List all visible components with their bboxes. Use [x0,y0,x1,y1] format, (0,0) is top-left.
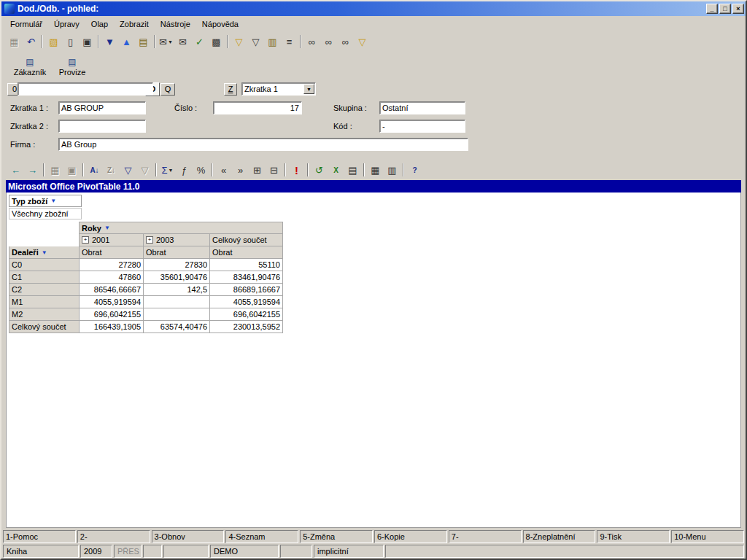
move-field-left-icon[interactable]: « [215,162,232,178]
tree-view-icon[interactable]: ≡ [281,34,298,50]
filter-form-icon[interactable]: ▽ [247,34,264,50]
measure-header[interactable]: Obrat [80,246,144,259]
expand-icon[interactable]: + [146,236,153,244]
row-header-c2[interactable]: C2 [9,284,80,296]
fkey-3-obnov[interactable]: 3-Obnov [152,530,225,543]
minimize-button-icon[interactable]: _ [706,4,718,14]
menu-zobrazit[interactable]: Zobrazit [114,18,155,31]
move-down-icon[interactable]: ▼ [101,34,118,50]
new-document-icon[interactable]: ▯ [62,34,79,50]
pivot-filter-field[interactable]: Typ zboží ▼ [9,195,82,207]
column-header-2003[interactable]: + 2003 [144,234,210,246]
menu-napoveda[interactable]: Nápověda [196,18,244,31]
pivot-filter-value: Všechny zbožní [9,208,82,219]
forward-icon[interactable]: → [24,162,41,178]
zkratka2-field[interactable] [58,120,146,133]
copy-icon[interactable]: ▣ [63,162,80,178]
menu-nastroje[interactable]: Nástroje [155,18,196,31]
fkey-1-pomoc[interactable]: 1-Pomoc [3,530,76,543]
cislo-field[interactable] [213,101,302,114]
sort-ascending-icon[interactable]: A↓ [86,162,103,178]
percent-icon[interactable]: % [193,162,209,178]
measure-header[interactable]: Obrat [144,246,210,259]
fkey-4-seznam[interactable]: 4-Seznam [225,530,298,543]
row-header-grand-total[interactable]: Celkový součet [9,321,80,333]
row-header-m1[interactable]: M1 [9,296,80,308]
fkey-7[interactable]: 7- [449,530,522,543]
print-icon[interactable]: ▤ [344,162,361,178]
calculated-field-icon[interactable]: ƒ [176,162,193,178]
mail-icon[interactable]: ✉ [174,34,191,50]
find-icon[interactable]: ∞ [303,34,320,50]
column-header-grand-total[interactable]: Celkový součet [210,234,283,246]
expand-icon[interactable]: + [82,236,89,244]
fkey-5-zmena[interactable]: 5-Změna [300,530,373,543]
zkratka2-label: Zkratka 2 : [10,120,48,133]
autosum-icon[interactable]: Σ▼ [159,162,176,178]
toolbar-separator [155,163,157,176]
sort-descending-icon[interactable]: Z↓ [103,162,120,178]
row-header-c1[interactable]: C1 [9,271,80,284]
find-special-icon[interactable]: ∞ [337,34,354,50]
fkey-10-menu[interactable]: 10-Menu [671,530,744,543]
customer-button[interactable]: ▤ Zákazník [10,53,50,79]
maximize-button-icon[interactable]: □ [719,4,731,14]
search-field-combobox[interactable]: Zkratka 1 ▼ [241,82,316,96]
chevron-down-icon[interactable]: ▼ [303,84,314,94]
mail-merge-icon[interactable]: ✉▼ [158,34,174,50]
zkratka1-field[interactable] [58,101,146,114]
validate-icon[interactable]: ✓ [191,34,208,50]
help-icon[interactable]: ? [406,162,423,178]
measure-header[interactable]: Obrat [210,246,283,259]
mail-merge-glyph: ✉ [159,36,167,47]
app-window: Dod./Odb. - pohled: _ □ × Formulář Úprav… [0,0,747,560]
commission-button[interactable]: ▤ Provize [53,53,92,79]
find-next-icon[interactable]: ∞ [320,34,337,50]
paste-special-icon[interactable]: ▤ [135,34,152,50]
menu-olap[interactable]: Olap [85,18,114,31]
book-export-icon[interactable]: ▥ [264,34,281,50]
fkey-8-zneplatneni[interactable]: 8-Zneplatnění [523,530,596,543]
quick-search-input[interactable] [18,82,153,96]
filter-icon[interactable]: ▽ [231,34,247,50]
pivot-row-field[interactable]: Dealeři ▼ [9,246,80,259]
undo-icon[interactable]: ↶ [23,34,39,50]
export-excel-icon[interactable]: X [328,162,344,178]
collapse-icon[interactable]: ⊟ [266,162,282,178]
move-up-icon[interactable]: ▲ [118,34,135,50]
open-folder-icon[interactable]: ▧ [45,34,62,50]
show-details-icon[interactable]: ▦ [367,162,384,178]
function-key-bar: 1-Pomoc 2- 3-Obnov 4-Seznam 5-Změna 6-Ko… [1,529,746,544]
menu-formular[interactable]: Formulář [4,18,48,31]
status-empty-4 [385,545,744,558]
copy-icon[interactable]: ▣ [79,34,96,50]
pivot-column-field[interactable]: Roky ▼ [80,222,283,234]
fkey-6-kopie[interactable]: 6-Kopie [374,530,447,543]
row-header-c0[interactable]: C0 [9,259,80,271]
skupina-field[interactable] [379,101,465,114]
grid-icon[interactable]: ▩ [208,34,225,50]
close-button-icon[interactable]: × [732,4,744,14]
filter-clear-icon[interactable]: ▽ [354,34,371,50]
kod-field[interactable] [379,120,465,133]
autofilter-icon[interactable]: ▽ [120,162,136,178]
menu-upravy[interactable]: Úpravy [48,18,85,31]
tab-q[interactable]: Q [160,83,175,96]
fkey-2[interactable]: 2- [77,530,150,543]
toolbar-separator [403,163,404,176]
back-icon[interactable]: ← [7,162,24,178]
pivot-cell: 35601,90476 [144,271,210,284]
refresh-icon[interactable]: ↺ [311,162,328,178]
filter-by-selection-icon[interactable]: ▽ [136,162,153,178]
fkey-9-tisk[interactable]: 9-Tisk [597,530,670,543]
save-icon[interactable]: ▦ [47,162,63,178]
save-icon[interactable]: ▦ [6,34,23,50]
alert-icon[interactable]: ! [288,162,305,178]
row-header-m2[interactable]: M2 [9,308,80,321]
field-list-icon[interactable]: ▥ [384,162,400,178]
expand-icon[interactable]: ⊞ [249,162,266,178]
firma-field[interactable] [58,138,468,151]
z-button[interactable]: Z [224,83,237,96]
column-header-2001[interactable]: + 2001 [80,234,144,246]
move-field-right-icon[interactable]: » [232,162,249,178]
